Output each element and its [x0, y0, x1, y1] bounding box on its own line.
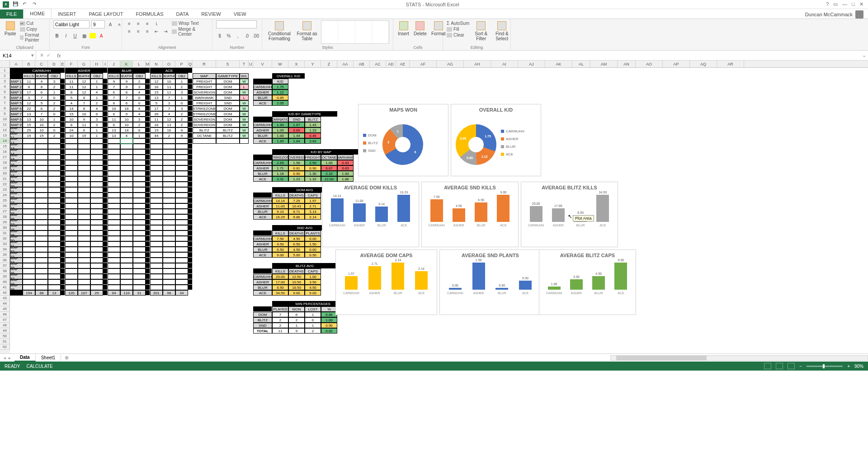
cell[interactable]: 1: [133, 133, 146, 138]
cell[interactable]: [108, 236, 120, 241]
cell[interactable]: 1.44: [288, 133, 305, 138]
cell[interactable]: 10: [78, 111, 90, 117]
cell[interactable]: [150, 279, 163, 285]
cell[interactable]: MAP 21: [10, 187, 23, 193]
cell[interactable]: [108, 274, 120, 279]
cell[interactable]: OCTANE: [193, 133, 216, 138]
cell[interactable]: SND: [288, 117, 305, 122]
cell[interactable]: [61, 193, 65, 198]
cell[interactable]: [133, 241, 146, 247]
cell[interactable]: [61, 133, 65, 138]
cell[interactable]: BLITZ AVG: [272, 263, 337, 268]
cell[interactable]: 4: [65, 100, 78, 106]
col-head[interactable]: AH: [464, 61, 491, 67]
cell[interactable]: [65, 263, 78, 268]
cell[interactable]: [120, 285, 133, 290]
cell[interactable]: 2: [90, 100, 103, 106]
tab-nav-last-icon[interactable]: ▸: [9, 356, 11, 360]
cell[interactable]: [61, 106, 65, 111]
cell[interactable]: 10.50: [288, 279, 305, 285]
cell[interactable]: [175, 285, 188, 290]
cell[interactable]: [188, 241, 193, 247]
cell[interactable]: [120, 241, 133, 247]
cell[interactable]: [188, 133, 193, 138]
cell[interactable]: 1.65: [272, 138, 288, 144]
paste-button[interactable]: Paste: [4, 20, 17, 37]
cell[interactable]: [35, 236, 48, 241]
cell[interactable]: 1.18: [272, 171, 288, 176]
cell[interactable]: 2: [48, 106, 61, 111]
cell[interactable]: 107: [78, 290, 90, 296]
row-head[interactable]: 9: [0, 111, 10, 117]
cell[interactable]: [175, 187, 188, 193]
cell[interactable]: [35, 241, 48, 247]
cell[interactable]: [188, 138, 193, 144]
cell[interactable]: [61, 122, 65, 127]
cell[interactable]: DOM: [253, 312, 272, 317]
cell[interactable]: [146, 285, 150, 290]
cell[interactable]: MAP 24: [10, 203, 23, 209]
cell[interactable]: [146, 100, 150, 106]
cell[interactable]: 2: [288, 317, 305, 323]
copy-button[interactable]: Copy: [20, 26, 46, 32]
chevron-down-icon[interactable]: ▾: [29, 52, 36, 58]
cell[interactable]: MAP 13: [10, 144, 23, 149]
dec-decimal-icon[interactable]: .00: [252, 33, 259, 39]
col-head[interactable]: G: [78, 61, 90, 67]
cell[interactable]: PLAYED: [272, 306, 288, 312]
cell[interactable]: WON: [288, 306, 305, 312]
cell[interactable]: 7: [163, 106, 175, 111]
cell[interactable]: BLUR: [253, 285, 272, 290]
cell[interactable]: [78, 187, 90, 193]
cell[interactable]: 7: [35, 95, 48, 100]
cell[interactable]: [150, 274, 163, 279]
cell[interactable]: [188, 127, 193, 133]
cell[interactable]: [146, 144, 150, 149]
cancel-fx-icon[interactable]: ✕: [40, 52, 44, 58]
cell[interactable]: [120, 230, 133, 236]
cell[interactable]: [163, 252, 175, 258]
cell[interactable]: [23, 171, 35, 176]
cell[interactable]: 7: [35, 111, 48, 117]
cell[interactable]: [61, 187, 65, 193]
col-head[interactable]: O: [163, 61, 175, 67]
align-mid-icon[interactable]: ≡: [135, 20, 142, 27]
cell[interactable]: CARMUHH: [253, 84, 272, 89]
cell[interactable]: 0: [48, 95, 61, 100]
cell[interactable]: [175, 214, 188, 220]
cell[interactable]: [61, 144, 65, 149]
cell[interactable]: [23, 198, 35, 203]
cell[interactable]: 17: [150, 106, 163, 111]
cell[interactable]: 2: [272, 323, 288, 328]
cell[interactable]: [61, 176, 65, 182]
row-head[interactable]: 33: [0, 241, 10, 247]
col-head[interactable]: Q: [188, 61, 193, 67]
row-head[interactable]: 2: [0, 73, 10, 79]
delete-cells-button[interactable]: Delete: [413, 20, 428, 37]
row-head[interactable]: 47: [0, 317, 10, 323]
cell[interactable]: [103, 149, 108, 155]
cell[interactable]: 3: [90, 122, 103, 127]
cell[interactable]: MAP 37: [10, 274, 23, 279]
cell[interactable]: [103, 100, 108, 106]
cell[interactable]: [163, 155, 175, 160]
cell[interactable]: [48, 171, 61, 176]
cell[interactable]: [146, 165, 150, 171]
account-label[interactable]: Duncan McCammack: [805, 10, 863, 19]
cell[interactable]: [216, 138, 240, 144]
cell[interactable]: [150, 236, 163, 241]
cell[interactable]: 1: [90, 95, 103, 100]
cell[interactable]: [146, 176, 150, 182]
cell[interactable]: [193, 138, 216, 144]
cell[interactable]: OBJ: [90, 73, 103, 79]
cell[interactable]: [150, 247, 163, 252]
cell[interactable]: 1.43: [305, 122, 321, 127]
cell[interactable]: 1.67: [288, 122, 305, 127]
cell[interactable]: 1: [90, 84, 103, 89]
cell[interactable]: [188, 182, 193, 187]
cell[interactable]: 11: [272, 328, 288, 334]
cell[interactable]: [35, 193, 48, 198]
cell[interactable]: SOVEREIGN: [193, 89, 216, 95]
font-size-combo[interactable]: [91, 20, 105, 28]
view-normal-icon[interactable]: [764, 363, 771, 369]
